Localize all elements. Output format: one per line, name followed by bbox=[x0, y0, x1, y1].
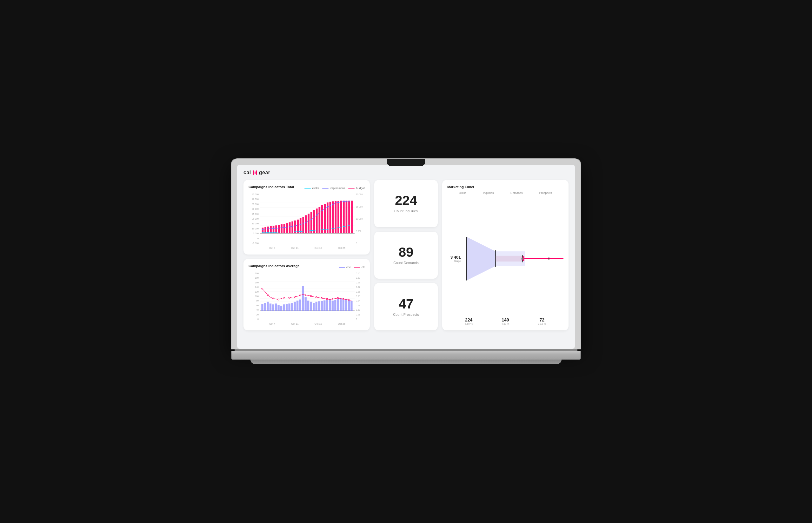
svg-point-64 bbox=[343, 226, 344, 227]
svg-point-120 bbox=[321, 297, 322, 299]
campaigns-total-legend: clicks impressions budget bbox=[304, 186, 365, 190]
svg-rect-96 bbox=[318, 301, 320, 311]
legend-budget-label: budget bbox=[356, 186, 365, 190]
stat-prospects-label: Count Prospects bbox=[393, 312, 419, 317]
y-axis-right-avg: 0.10 0.09 0.08 0.07 0.06 0.05 0.04 0.03 … bbox=[356, 272, 365, 325]
svg-rect-107 bbox=[348, 300, 350, 311]
logo-bar-3 bbox=[256, 170, 257, 175]
stat-inquiries-label: Count Inquiries bbox=[394, 209, 418, 213]
svg-rect-135 bbox=[496, 255, 523, 261]
svg-rect-80 bbox=[275, 303, 277, 311]
legend-cpc-line bbox=[339, 267, 345, 268]
svg-rect-25 bbox=[308, 214, 309, 233]
svg-rect-75 bbox=[261, 304, 263, 311]
legend-cpc: cpc bbox=[339, 266, 351, 269]
funnel-card: Marketing Funel Clicks Inquiries Demands… bbox=[442, 180, 569, 330]
svg-point-50 bbox=[305, 222, 307, 223]
funnel-pct-inquiries: 6.59 % bbox=[465, 322, 473, 325]
svg-point-58 bbox=[348, 201, 350, 202]
svg-rect-106 bbox=[345, 299, 347, 311]
dashboard: Campaigns indicators Total clicks impres… bbox=[243, 180, 569, 330]
svg-point-122 bbox=[332, 298, 333, 300]
svg-rect-105 bbox=[343, 300, 344, 311]
campaigns-avg-legend: cpc ctr bbox=[339, 266, 365, 269]
funnel-stage-text: Stage bbox=[450, 259, 461, 263]
svg-point-115 bbox=[294, 296, 295, 297]
legend-clicks-label: clicks bbox=[312, 186, 319, 190]
svg-point-42 bbox=[262, 229, 264, 230]
svg-rect-26 bbox=[310, 212, 312, 233]
logo: cal gear bbox=[243, 170, 569, 176]
svg-rect-90 bbox=[302, 286, 304, 311]
svg-rect-41 bbox=[351, 201, 353, 233]
svg-rect-28 bbox=[316, 209, 318, 233]
svg-point-54 bbox=[327, 206, 328, 208]
svg-rect-103 bbox=[337, 299, 339, 311]
svg-rect-102 bbox=[334, 300, 336, 311]
screen-bezel: cal gear Campaigns i bbox=[231, 159, 581, 349]
campaigns-total-title: Campaigns indicators Total bbox=[249, 185, 294, 189]
svg-point-121 bbox=[326, 298, 328, 300]
y-axis-right-total: 20 000 15 000 10 000 5 000 0 bbox=[356, 193, 365, 249]
svg-point-125 bbox=[348, 299, 349, 301]
svg-point-114 bbox=[289, 297, 290, 298]
middle-column: 224 Count Inquiries 89 Count Demands 47 … bbox=[374, 180, 438, 330]
svg-rect-77 bbox=[267, 302, 269, 311]
svg-point-47 bbox=[289, 226, 290, 228]
funnel-col-clicks: Clicks bbox=[459, 191, 466, 195]
chart-area-total: Oct 4 Oct 11 Oct 18 Oct 25 bbox=[260, 193, 355, 249]
svg-rect-84 bbox=[286, 304, 288, 311]
svg-point-52 bbox=[316, 215, 318, 216]
svg-rect-37 bbox=[340, 201, 342, 233]
svg-rect-16 bbox=[284, 224, 285, 233]
y-axis-left-avg: 200 180 160 140 120 100 80 60 40 20 bbox=[249, 272, 259, 325]
svg-rect-83 bbox=[283, 304, 285, 311]
svg-point-56 bbox=[338, 202, 339, 203]
svg-rect-13 bbox=[275, 225, 277, 233]
funnel-pct-prospects: 2.12 % bbox=[538, 322, 546, 325]
funnel-col-demands: Demands bbox=[510, 191, 523, 195]
app-screen: cal gear Campaigns i bbox=[237, 165, 575, 349]
stat-card-inquiries: 224 Count Inquiries bbox=[374, 180, 438, 227]
svg-rect-98 bbox=[323, 300, 325, 311]
svg-rect-9 bbox=[265, 227, 266, 233]
svg-rect-38 bbox=[343, 201, 345, 233]
svg-rect-108 bbox=[350, 301, 353, 311]
legend-ctr: ctr bbox=[354, 266, 365, 269]
svg-rect-91 bbox=[304, 297, 306, 311]
logo-text-right: gear bbox=[259, 170, 270, 176]
campaigns-total-chart: 45 000 40 000 35 000 30 000 25 000 20 00… bbox=[249, 193, 365, 249]
campaigns-avg-title: Campaigns indicators Average bbox=[249, 264, 300, 268]
funnel-left-label: 3 401 Stage bbox=[450, 255, 461, 263]
legend-cpc-label: cpc bbox=[346, 266, 351, 269]
svg-rect-39 bbox=[346, 201, 348, 233]
legend-budget: budget bbox=[348, 186, 365, 190]
svg-rect-76 bbox=[264, 303, 266, 311]
svg-point-59 bbox=[262, 232, 263, 233]
svg-point-110 bbox=[267, 294, 268, 295]
legend-clicks: clicks bbox=[304, 186, 319, 190]
svg-point-123 bbox=[337, 297, 338, 299]
svg-rect-101 bbox=[332, 301, 333, 311]
legend-clicks-line bbox=[304, 188, 311, 188]
left-column: Campaigns indicators Total clicks impres… bbox=[243, 180, 370, 330]
svg-rect-85 bbox=[288, 303, 290, 311]
svg-rect-19 bbox=[291, 221, 293, 234]
svg-point-45 bbox=[278, 228, 279, 229]
svg-rect-23 bbox=[302, 217, 304, 233]
x-axis-avg: Oct 4 Oct 11 Oct 18 Oct 25 bbox=[260, 322, 355, 325]
svg-rect-36 bbox=[338, 201, 339, 233]
svg-point-61 bbox=[294, 231, 295, 232]
svg-point-113 bbox=[283, 297, 285, 298]
legend-budget-line bbox=[348, 188, 355, 188]
svg-rect-11 bbox=[270, 226, 272, 233]
svg-point-117 bbox=[305, 294, 306, 295]
funnel-pct-demands: 4.38 % bbox=[502, 322, 509, 325]
svg-point-51 bbox=[311, 219, 312, 220]
campaigns-total-card: Campaigns indicators Total clicks impres… bbox=[243, 180, 370, 254]
svg-point-43 bbox=[268, 228, 269, 230]
svg-point-57 bbox=[343, 201, 344, 202]
svg-point-112 bbox=[278, 299, 279, 300]
svg-rect-82 bbox=[280, 306, 282, 311]
svg-point-124 bbox=[343, 298, 344, 300]
